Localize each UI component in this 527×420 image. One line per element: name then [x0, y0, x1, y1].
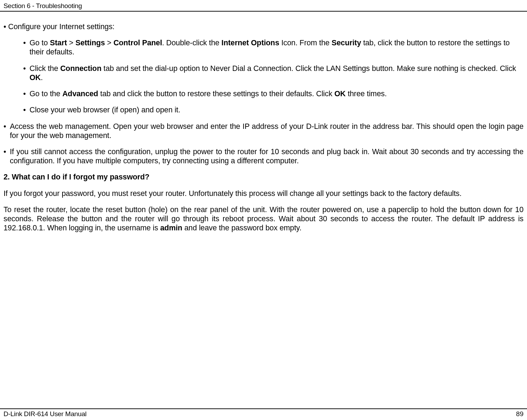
page-header: Section 6 - Troubleshooting — [0, 0, 527, 12]
bullet-icon: • — [23, 38, 30, 57]
bullet-icon: • — [4, 122, 10, 140]
paragraph: To reset the router, locate the reset bu… — [4, 205, 523, 233]
section-title: Section 6 - Troubleshooting — [4, 2, 82, 9]
heading-forgot-password: 2. What can I do if I forgot my password… — [4, 172, 523, 182]
list-text: Click the Connection tab and set the dia… — [30, 64, 523, 82]
manual-title: D-Link DIR-614 User Manual — [4, 410, 86, 418]
page-content: • Configure your Internet settings: • Go… — [0, 12, 527, 233]
list-text: If you still cannot access the configura… — [10, 147, 523, 165]
page-footer: D-Link DIR-614 User Manual 89 — [0, 408, 527, 420]
list-item: • Go to the Advanced tab and click the b… — [23, 89, 523, 98]
bullet-icon: • — [23, 89, 30, 98]
paragraph: If you forgot your password, you must re… — [4, 189, 523, 198]
list-item: • Go to Start > Settings > Control Panel… — [23, 38, 523, 57]
list-item: • Close your web browser (if open) and o… — [23, 105, 523, 114]
page-number: 89 — [516, 410, 523, 418]
list-text: Go to the Advanced tab and click the but… — [30, 89, 523, 98]
sub-list: • Go to Start > Settings > Control Panel… — [4, 38, 523, 114]
list-item: • Access the web management. Open your w… — [4, 122, 523, 140]
list-text: Go to Start > Settings > Control Panel. … — [30, 38, 523, 57]
list-item: • If you still cannot access the configu… — [4, 147, 523, 165]
bullet-icon: • — [23, 64, 30, 82]
bullet-icon: • — [23, 105, 30, 114]
configure-intro: • Configure your Internet settings: — [4, 22, 523, 31]
list-text: Close your web browser (if open) and ope… — [30, 105, 523, 114]
bullet-icon: • — [4, 147, 10, 165]
list-text: Access the web management. Open your web… — [10, 122, 523, 140]
list-item: • Click the Connection tab and set the d… — [23, 64, 523, 82]
